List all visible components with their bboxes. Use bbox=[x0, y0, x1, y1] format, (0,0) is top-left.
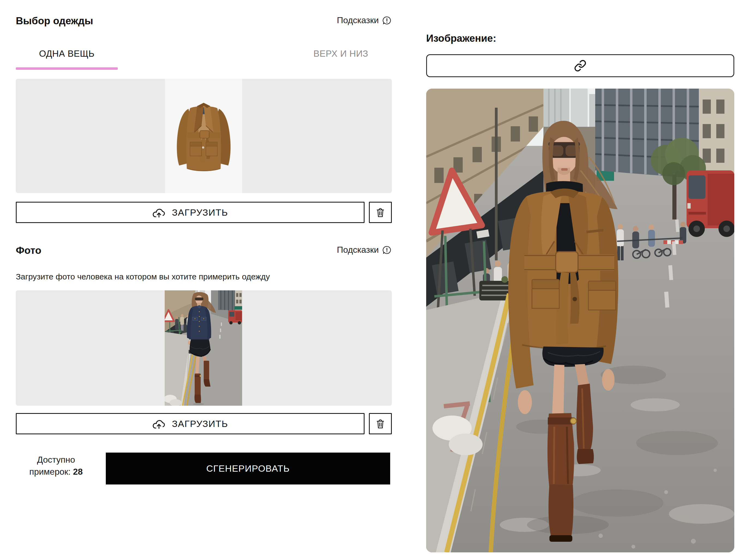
generate-button[interactable]: СГЕНЕРИРОВАТЬ bbox=[106, 452, 390, 484]
available-tries-counter: Доступно примерок: 28 bbox=[16, 454, 96, 478]
tab-single-item[interactable]: ОДНА ВЕЩЬ bbox=[16, 49, 118, 59]
clothing-preview-area bbox=[16, 79, 392, 193]
tab-top-and-bottom[interactable]: ВЕРХ И НИЗ bbox=[288, 49, 394, 59]
available-count: 28 bbox=[73, 467, 83, 477]
clothing-section-title: Выбор одежды bbox=[16, 15, 93, 27]
upload-clothing-button[interactable]: ЗАГРУЗИТЬ bbox=[16, 202, 365, 223]
upload-cloud-icon bbox=[152, 418, 166, 429]
photo-section-title: Фото bbox=[16, 245, 41, 256]
link-icon bbox=[574, 59, 586, 72]
trash-icon bbox=[375, 418, 385, 430]
image-link-input[interactable] bbox=[426, 54, 734, 77]
upload-person-label: ЗАГРУЗИТЬ bbox=[172, 418, 228, 429]
generate-button-label: СГЕНЕРИРОВАТЬ bbox=[206, 463, 290, 474]
hint-bubble-icon bbox=[382, 245, 392, 255]
person-photo-preview-area bbox=[16, 290, 392, 406]
generated-result-image bbox=[426, 89, 734, 552]
result-section-title: Изображение: bbox=[426, 33, 496, 44]
upload-cloud-icon bbox=[152, 207, 166, 218]
hint-bubble-icon bbox=[382, 16, 392, 25]
photo-hints-link[interactable]: Подсказки bbox=[337, 245, 392, 255]
hints-label: Подсказки bbox=[337, 245, 379, 255]
hints-label: Подсказки bbox=[337, 15, 379, 25]
available-line1: Доступно bbox=[37, 455, 75, 465]
delete-clothing-button[interactable] bbox=[369, 202, 392, 223]
upload-person-photo-button[interactable]: ЗАГРУЗИТЬ bbox=[16, 413, 365, 434]
photo-section-description: Загрузите фото человека на котором вы хо… bbox=[16, 272, 270, 282]
clothing-hints-link[interactable]: Подсказки bbox=[337, 15, 392, 25]
clothing-image-thumbnail bbox=[165, 79, 242, 193]
active-tab-underline bbox=[16, 67, 118, 70]
available-line2: примерок: bbox=[29, 467, 70, 477]
delete-person-photo-button[interactable] bbox=[369, 413, 392, 434]
upload-clothing-label: ЗАГРУЗИТЬ bbox=[172, 207, 228, 218]
person-photo-thumbnail bbox=[165, 290, 242, 406]
jacket-illustration bbox=[177, 103, 230, 171]
trash-icon bbox=[375, 207, 385, 218]
